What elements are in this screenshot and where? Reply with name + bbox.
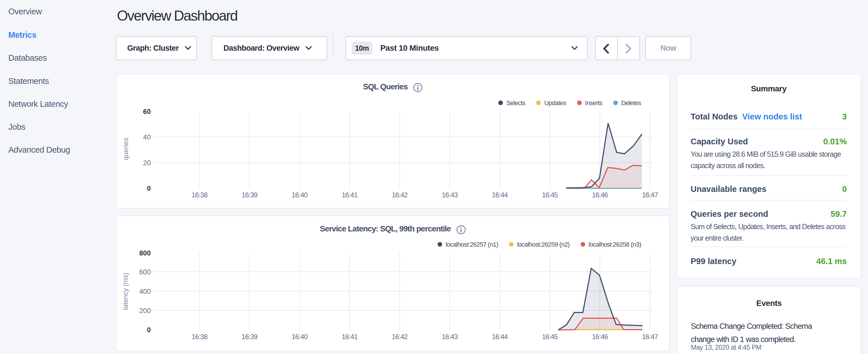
svg-text:400: 400	[139, 288, 151, 295]
svg-text:0: 0	[147, 185, 151, 192]
svg-text:16:43: 16:43	[442, 191, 458, 199]
svg-text:latency (ms): latency (ms)	[122, 273, 129, 310]
svg-text:60: 60	[143, 108, 151, 116]
svg-text:16:46: 16:46	[592, 191, 608, 199]
svg-text:16:41: 16:41	[342, 191, 358, 199]
svg-text:16:41: 16:41	[342, 333, 358, 341]
svg-text:16:44: 16:44	[492, 191, 508, 199]
svg-text:16:39: 16:39	[242, 191, 258, 199]
svg-text:16:38: 16:38	[191, 191, 208, 199]
svg-text:16:42: 16:42	[392, 191, 408, 199]
svg-text:20: 20	[143, 159, 151, 167]
svg-text:40: 40	[143, 133, 151, 141]
svg-text:queries: queries	[122, 138, 129, 160]
svg-text:16:42: 16:42	[392, 333, 408, 341]
svg-text:16:44: 16:44	[492, 333, 508, 341]
svg-text:16:40: 16:40	[292, 191, 308, 199]
svg-text:16:40: 16:40	[292, 333, 308, 341]
svg-text:16:47: 16:47	[642, 191, 658, 199]
svg-text:16:45: 16:45	[542, 191, 558, 199]
svg-text:16:38: 16:38	[191, 333, 208, 341]
svg-text:0: 0	[147, 326, 151, 334]
svg-text:16:43: 16:43	[442, 333, 458, 341]
svg-text:800: 800	[139, 249, 151, 257]
svg-text:16:45: 16:45	[542, 333, 558, 341]
svg-text:200: 200	[139, 307, 151, 315]
svg-text:600: 600	[139, 268, 151, 276]
svg-text:16:46: 16:46	[592, 333, 608, 341]
svg-text:16:39: 16:39	[242, 333, 258, 341]
svg-text:16:47: 16:47	[642, 333, 658, 341]
